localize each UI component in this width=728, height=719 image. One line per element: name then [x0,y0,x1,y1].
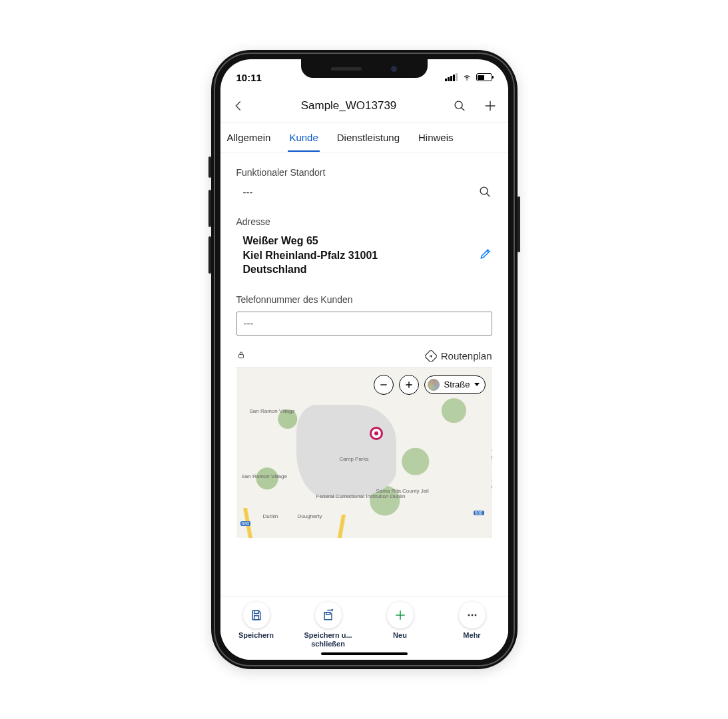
svg-point-0 [455,101,462,109]
save-and-close-button[interactable]: Speichern u... schließen [292,602,364,648]
tab-allgemein[interactable]: Allgemein [227,123,271,152]
plus-icon [394,608,407,622]
map-view-type-label: Straße [444,379,470,389]
functional-location-lookup-button[interactable] [478,184,492,199]
svg-line-3 [486,194,490,197]
tab-dienstleistung[interactable]: Dienstleistung [337,123,400,152]
svg-point-9 [468,614,470,616]
map-location-pin[interactable] [370,427,383,440]
new-label: Neu [393,631,407,640]
more-horizontal-icon [466,608,479,622]
svg-rect-4 [238,354,243,358]
mute-switch [208,156,211,178]
save-icon [250,608,263,622]
map-place-label: Federal Correctional Institution Dublin [316,493,363,499]
wifi-icon [462,73,472,81]
map-place-label: San Ramon Village [250,408,295,414]
svg-point-11 [474,614,476,616]
functional-location-label: Funktionaler Standort [236,167,492,178]
address-line1: Weißer Weg 65 [243,234,378,248]
chevron-down-icon [474,383,480,386]
plus-icon [483,99,498,113]
pencil-icon [479,247,492,260]
search-icon [452,99,467,113]
layers-icon [428,379,440,391]
cellular-signal-icon [445,73,458,81]
search-icon [478,184,492,199]
map-place-label: Santa Rita County Jail [376,488,429,494]
status-time: 10:11 [236,72,262,83]
svg-point-2 [480,187,488,194]
svg-point-10 [471,614,473,616]
battery-icon [476,73,492,81]
customer-phone-value: --- [244,318,254,329]
lock-icon [236,350,246,362]
minus-icon [378,379,389,390]
map-zone [296,405,396,498]
map-place-label: Dublin [263,513,278,519]
map-place-label: Cottonwood Park [491,448,492,489]
map-road-shield: 580 [474,511,484,515]
more-label: Mehr [463,631,480,640]
phone-device-frame: 10:11 Sample_WO13739 Allgemein Kunde [211,50,518,669]
back-button[interactable] [224,92,252,120]
map-place-label: Camp Parks [340,456,369,462]
device-notch [301,59,428,78]
map-road-shield: 680 [240,521,251,526]
customer-phone-label: Telefonnummer des Kunden [236,294,492,305]
tab-bar: Allgemein Kunde Dienstleistung Hinweis [220,123,508,152]
more-button[interactable]: Mehr [436,602,508,640]
route-plan-button[interactable]: Routenplan [425,350,492,362]
route-plan-label: Routenplan [441,350,492,361]
customer-phone-input[interactable]: --- [236,312,492,336]
tab-kunde[interactable]: Kunde [289,123,318,152]
address-label: Adresse [236,216,492,227]
directions-icon [425,350,437,362]
map-view[interactable]: San Ramon Village San Ramon Village Dubl… [236,367,492,538]
functional-location-value: --- [236,186,253,198]
svg-rect-7 [254,616,258,620]
map-zoom-in-button[interactable] [399,375,419,395]
search-button[interactable] [446,92,474,120]
command-bar: Speichern Speichern u... schließen Neu M… [220,596,508,660]
edit-address-button[interactable] [479,247,492,263]
home-indicator[interactable] [321,652,408,656]
map-view-type-dropdown[interactable]: Straße [424,375,485,394]
page-title: Sample_WO13739 [255,99,443,113]
new-button[interactable]: Neu [364,602,436,640]
map-place-label: San Ramon Village [242,473,287,479]
address-value: Weißer Weg 65 Kiel Rheinland-Pfalz 31001… [236,234,378,277]
volume-down-button [208,236,211,274]
add-button[interactable] [476,92,504,120]
save-button[interactable]: Speichern [220,602,292,640]
chevron-left-icon [231,99,246,113]
volume-up-button [208,190,211,227]
save-label: Speichern [238,631,274,640]
svg-rect-8 [326,612,330,614]
address-line2: Kiel Rheinland-Pfalz 31001 [243,248,378,263]
power-button [518,196,520,252]
save-close-icon [322,608,335,622]
save-close-label: Speichern u... schließen [292,631,364,648]
address-line3: Deutschland [243,262,378,277]
tab-hinweis[interactable]: Hinweis [418,123,454,152]
svg-rect-6 [254,610,258,613]
map-place-label: Dougherty [298,513,322,519]
plus-icon [404,379,414,390]
svg-line-1 [461,107,464,111]
app-header: Sample_WO13739 [220,89,508,123]
form-content[interactable]: Funktionaler Standort --- Adresse Weißer… [220,152,508,596]
map-zoom-out-button[interactable] [374,375,394,395]
